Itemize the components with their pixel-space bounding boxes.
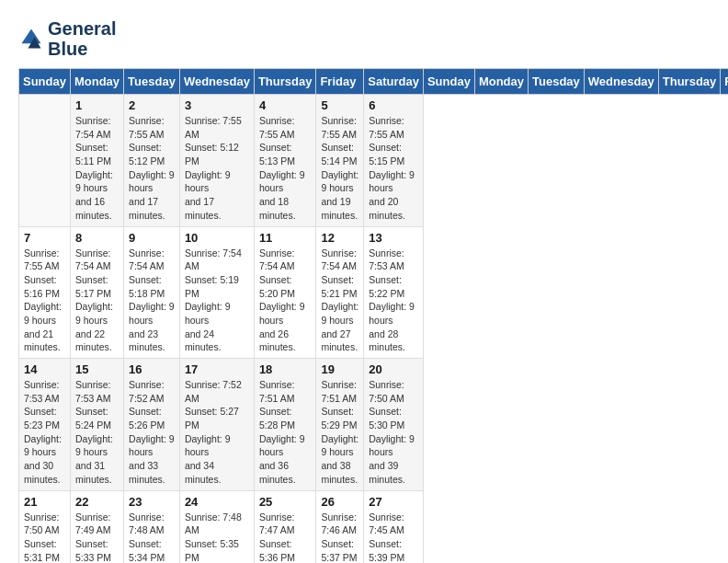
day-number: 4 [259, 98, 312, 112]
calendar-cell: 21Sunrise: 7:50 AMSunset: 5:31 PMDayligh… [19, 490, 71, 563]
svg-marker-0 [22, 29, 41, 44]
day-number: 16 [129, 362, 175, 376]
day-info: Sunrise: 7:53 AMSunset: 5:22 PMDaylight:… [369, 247, 418, 355]
calendar-cell: 11Sunrise: 7:54 AMSunset: 5:20 PMDayligh… [254, 226, 316, 359]
day-number: 7 [24, 231, 65, 245]
calendar-cell [19, 95, 71, 227]
calendar-header-row: SundayMondayTuesdayWednesdayThursdayFrid… [19, 69, 729, 95]
day-number: 3 [185, 98, 249, 112]
day-info: Sunrise: 7:54 AMSunset: 5:20 PMDaylight:… [259, 247, 312, 355]
calendar-cell: 24Sunrise: 7:48 AMSunset: 5:35 PMDayligh… [179, 490, 254, 563]
day-number: 26 [321, 495, 358, 509]
header-friday: Friday [316, 69, 364, 95]
day-number: 6 [369, 98, 418, 112]
calendar-cell: 15Sunrise: 7:53 AMSunset: 5:24 PMDayligh… [70, 359, 123, 491]
day-info: Sunrise: 7:54 AMSunset: 5:21 PMDaylight:… [321, 247, 358, 355]
day-info: Sunrise: 7:48 AMSunset: 5:35 PMDaylight:… [185, 511, 249, 564]
day-number: 1 [75, 98, 119, 112]
day-info: Sunrise: 7:55 AMSunset: 5:15 PMDaylight:… [369, 114, 418, 223]
calendar-cell: 8Sunrise: 7:54 AMSunset: 5:17 PMDaylight… [70, 226, 123, 359]
header-saturday: Saturday [364, 69, 424, 95]
day-info: Sunrise: 7:50 AMSunset: 5:31 PMDaylight:… [24, 511, 65, 564]
day-number: 18 [259, 362, 312, 376]
logo-icon [18, 26, 44, 52]
calendar-cell: 13Sunrise: 7:53 AMSunset: 5:22 PMDayligh… [364, 226, 424, 359]
header-sunday: Sunday [423, 69, 474, 95]
calendar-cell: 14Sunrise: 7:53 AMSunset: 5:23 PMDayligh… [19, 359, 71, 491]
day-number: 20 [369, 362, 418, 376]
calendar-cell: 6Sunrise: 7:55 AMSunset: 5:15 PMDaylight… [364, 95, 424, 227]
header-tuesday: Tuesday [124, 69, 180, 95]
day-info: Sunrise: 7:48 AMSunset: 5:34 PMDaylight:… [129, 511, 175, 564]
day-number: 2 [129, 98, 175, 112]
day-info: Sunrise: 7:45 AMSunset: 5:39 PMDaylight:… [369, 511, 418, 564]
calendar-cell: 2Sunrise: 7:55 AMSunset: 5:12 PMDaylight… [124, 95, 180, 227]
calendar-cell: 3Sunrise: 7:55 AMSunset: 5:12 PMDaylight… [179, 95, 254, 227]
day-number: 8 [75, 231, 119, 245]
calendar-cell: 22Sunrise: 7:49 AMSunset: 5:33 PMDayligh… [70, 490, 123, 563]
day-info: Sunrise: 7:55 AMSunset: 5:13 PMDaylight:… [259, 114, 312, 223]
calendar-cell: 20Sunrise: 7:50 AMSunset: 5:30 PMDayligh… [364, 359, 424, 491]
day-info: Sunrise: 7:53 AMSunset: 5:24 PMDaylight:… [75, 378, 119, 487]
calendar-cell: 18Sunrise: 7:51 AMSunset: 5:28 PMDayligh… [254, 359, 316, 491]
day-info: Sunrise: 7:55 AMSunset: 5:12 PMDaylight:… [129, 114, 175, 223]
calendar-cell: 23Sunrise: 7:48 AMSunset: 5:34 PMDayligh… [124, 490, 180, 563]
day-info: Sunrise: 7:55 AMSunset: 5:14 PMDaylight:… [321, 114, 358, 223]
calendar-week-row: 21Sunrise: 7:50 AMSunset: 5:31 PMDayligh… [19, 490, 729, 563]
header-wednesday: Wednesday [179, 69, 254, 95]
calendar-cell: 7Sunrise: 7:55 AMSunset: 5:16 PMDaylight… [19, 226, 71, 359]
day-info: Sunrise: 7:47 AMSunset: 5:36 PMDaylight:… [259, 511, 312, 564]
calendar-cell: 26Sunrise: 7:46 AMSunset: 5:37 PMDayligh… [316, 490, 364, 563]
day-info: Sunrise: 7:54 AMSunset: 5:17 PMDaylight:… [75, 247, 119, 355]
day-info: Sunrise: 7:51 AMSunset: 5:28 PMDaylight:… [259, 378, 312, 487]
calendar-week-row: 1Sunrise: 7:54 AMSunset: 5:11 PMDaylight… [19, 95, 729, 227]
calendar-cell: 17Sunrise: 7:52 AMSunset: 5:27 PMDayligh… [179, 359, 254, 491]
calendar-week-row: 14Sunrise: 7:53 AMSunset: 5:23 PMDayligh… [19, 359, 729, 491]
day-info: Sunrise: 7:55 AMSunset: 5:16 PMDaylight:… [24, 247, 65, 355]
day-number: 10 [185, 231, 249, 245]
calendar-cell: 19Sunrise: 7:51 AMSunset: 5:29 PMDayligh… [316, 359, 364, 491]
day-number: 12 [321, 231, 358, 245]
day-info: Sunrise: 7:51 AMSunset: 5:29 PMDaylight:… [321, 378, 358, 487]
day-number: 22 [75, 495, 119, 509]
calendar-cell: 25Sunrise: 7:47 AMSunset: 5:36 PMDayligh… [254, 490, 316, 563]
day-number: 11 [259, 231, 312, 245]
day-number: 23 [129, 495, 175, 509]
day-info: Sunrise: 7:55 AMSunset: 5:12 PMDaylight:… [185, 114, 249, 223]
header-thursday: Thursday [254, 69, 316, 95]
day-info: Sunrise: 7:46 AMSunset: 5:37 PMDaylight:… [321, 511, 358, 564]
calendar-cell: 5Sunrise: 7:55 AMSunset: 5:14 PMDaylight… [316, 95, 364, 227]
day-info: Sunrise: 7:52 AMSunset: 5:26 PMDaylight:… [129, 378, 175, 487]
page-header: General Blue [18, 18, 710, 59]
day-number: 24 [185, 495, 249, 509]
calendar-cell: 10Sunrise: 7:54 AMSunset: 5:19 PMDayligh… [179, 226, 254, 359]
calendar-cell: 1Sunrise: 7:54 AMSunset: 5:11 PMDaylight… [70, 95, 123, 227]
calendar-cell: 9Sunrise: 7:54 AMSunset: 5:18 PMDaylight… [124, 226, 180, 359]
day-number: 25 [259, 495, 312, 509]
day-info: Sunrise: 7:52 AMSunset: 5:27 PMDaylight:… [185, 378, 249, 487]
day-number: 15 [75, 362, 119, 376]
header-sunday: Sunday [19, 69, 71, 95]
calendar-cell: 4Sunrise: 7:55 AMSunset: 5:13 PMDaylight… [254, 95, 316, 227]
day-info: Sunrise: 7:49 AMSunset: 5:33 PMDaylight:… [75, 511, 119, 564]
day-number: 5 [321, 98, 358, 112]
day-number: 14 [24, 362, 65, 376]
header-friday: Friday [721, 69, 728, 95]
header-tuesday: Tuesday [529, 69, 585, 95]
day-info: Sunrise: 7:50 AMSunset: 5:30 PMDaylight:… [369, 378, 418, 487]
day-number: 19 [321, 362, 358, 376]
header-thursday: Thursday [658, 69, 721, 95]
day-number: 17 [185, 362, 249, 376]
day-number: 27 [369, 495, 418, 509]
day-number: 21 [24, 495, 65, 509]
logo: General Blue [18, 18, 116, 59]
day-info: Sunrise: 7:54 AMSunset: 5:11 PMDaylight:… [75, 114, 119, 223]
calendar-cell: 27Sunrise: 7:45 AMSunset: 5:39 PMDayligh… [364, 490, 424, 563]
calendar-table: SundayMondayTuesdayWednesdayThursdayFrid… [18, 68, 728, 563]
calendar-week-row: 7Sunrise: 7:55 AMSunset: 5:16 PMDaylight… [19, 226, 729, 359]
logo-text: General Blue [48, 18, 116, 59]
calendar-cell: 12Sunrise: 7:54 AMSunset: 5:21 PMDayligh… [316, 226, 364, 359]
calendar-cell: 16Sunrise: 7:52 AMSunset: 5:26 PMDayligh… [124, 359, 180, 491]
day-info: Sunrise: 7:53 AMSunset: 5:23 PMDaylight:… [24, 378, 65, 487]
header-monday: Monday [70, 69, 123, 95]
